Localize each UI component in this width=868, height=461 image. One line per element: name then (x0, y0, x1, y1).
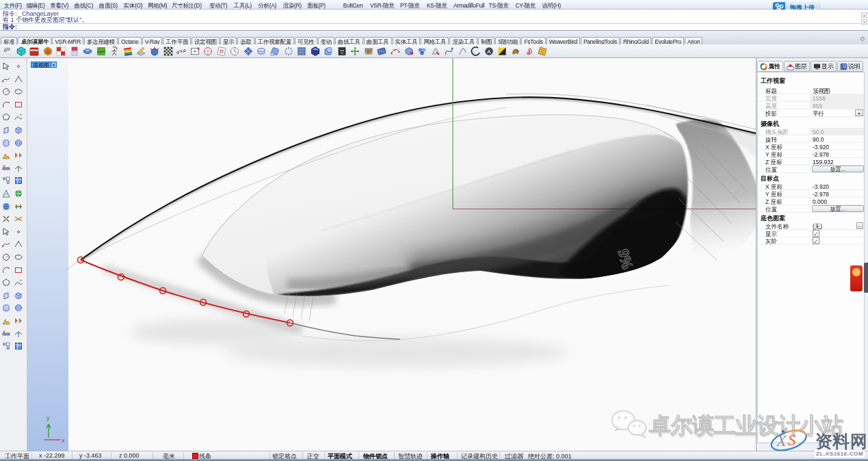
svg-text:辶: 辶 (841, 64, 846, 70)
svg-text:x: x (62, 437, 65, 444)
svg-text:y: y (47, 414, 50, 421)
svg-text:A: A (487, 49, 491, 55)
